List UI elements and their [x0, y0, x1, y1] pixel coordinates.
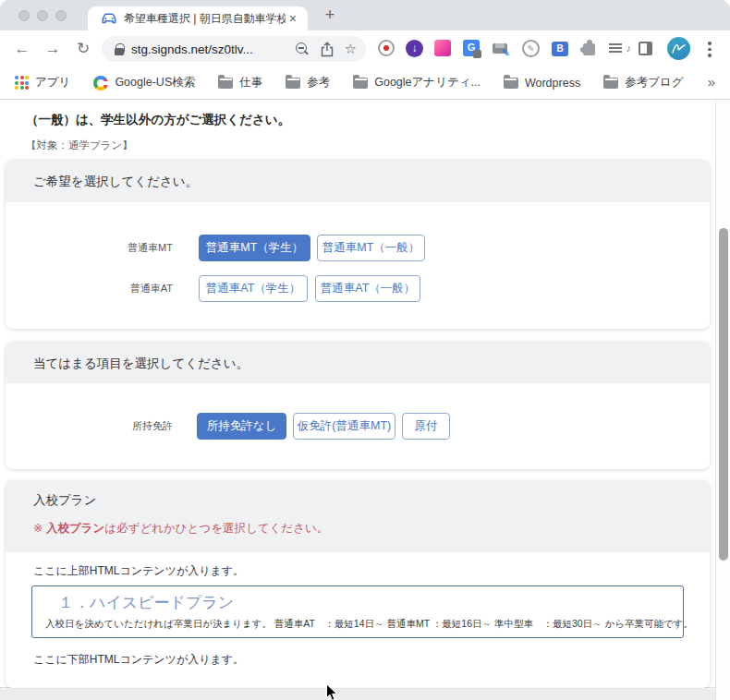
reload-icon[interactable]: ↻: [72, 38, 94, 60]
row-label-mt: 普通車MT: [6, 235, 173, 261]
bookmarks-overflow-icon[interactable]: »: [708, 74, 715, 90]
at-general-button[interactable]: 普通車AT（一般）: [315, 275, 420, 302]
tag-extension-icon[interactable]: B: [552, 42, 568, 56]
folder-icon: [218, 78, 233, 89]
edit-circle-extension-icon[interactable]: ✎: [522, 40, 540, 57]
high-speed-plan-option[interactable]: １．ハイスピードプラン 入校日を決めていただければ卒業日が決まります。 普通車A…: [31, 585, 684, 638]
profile-avatar[interactable]: [667, 37, 690, 60]
bookmark-folder-reference[interactable]: 参考: [286, 75, 330, 91]
zoom-window-button[interactable]: [55, 10, 67, 21]
browser-toolbar: ← → ↻ stg.signds.net/sz0tlv... ☆ ↓ G ✎ ✎…: [0, 30, 730, 66]
section-title: 入校プラン: [33, 492, 96, 509]
bookmark-folder-analytics[interactable]: Googleアナリティ...: [353, 75, 481, 91]
car-favicon-icon: [101, 12, 117, 25]
folder-icon: [286, 78, 300, 89]
extensions-puzzle-icon[interactable]: [580, 40, 599, 58]
window-controls: [18, 10, 67, 21]
bookmark-star-icon[interactable]: ☆: [345, 41, 357, 57]
zoom-out-icon[interactable]: [295, 42, 310, 56]
downloader-extension-icon[interactable]: ↓: [406, 40, 423, 57]
plan-description: 入校日を決めていただければ卒業日が決まります。 普通車AT ：最短14日～ 普通…: [45, 618, 693, 631]
back-icon[interactable]: ←: [11, 38, 33, 60]
moped-license-button[interactable]: 原付: [402, 413, 450, 440]
browser-tab[interactable]: 希望車種選択 | 朝日県自動車学校 ×: [88, 6, 308, 30]
bookmark-label: Googleアナリティ...: [374, 75, 481, 91]
bookmark-item-apps[interactable]: アプリ: [15, 75, 70, 91]
section-title: ご希望を選択してください。: [33, 174, 198, 190]
bookmark-folder-work[interactable]: 仕事: [218, 75, 262, 91]
page-content: （一般）は、学生以外の方がご選択ください。 【対象：通学プラン】 ご希望を選択し…: [0, 100, 715, 688]
bookmark-label: 参考: [307, 75, 330, 91]
no-license-button[interactable]: 所持免許なし: [197, 413, 286, 440]
bookmark-folder-wordpress[interactable]: Wordpress: [504, 77, 580, 90]
required-note: ※ 入校プランは必ずどれかひとつを選択してください。: [33, 521, 328, 537]
lock-icon: [115, 43, 124, 55]
row-label-license: 所持免許: [6, 413, 173, 440]
top-html-placeholder: ここに上部HTMLコンテンツが入ります。: [33, 563, 244, 579]
section-title: 当てはまる項目を選択してください。: [33, 356, 249, 372]
tab-bar: 希望車種選択 | 朝日県自動車学校 × +: [0, 0, 730, 30]
license-section: 当てはまる項目を選択してください。 所持免許 所持免許なし 仮免許(普通車MT)…: [6, 342, 710, 469]
side-panel-icon[interactable]: [639, 42, 652, 55]
translate-extension-icon[interactable]: G: [463, 40, 480, 56]
folder-icon: [504, 78, 518, 89]
bookmark-folder-blogs[interactable]: 参考ブログ: [603, 75, 683, 91]
bookmark-label: Google-US検索: [115, 75, 195, 91]
media-list-extension-icon[interactable]: ♪: [609, 40, 627, 58]
provisional-license-button[interactable]: 仮免許(普通車MT): [293, 413, 395, 440]
bookmark-label: 参考ブログ: [625, 75, 683, 91]
bookmark-label: 仕事: [239, 75, 262, 91]
mt-general-button[interactable]: 普通車MT（一般）: [317, 235, 425, 261]
section-header: ご希望を選択してください。: [6, 160, 710, 202]
browser-menu-icon[interactable]: [708, 42, 712, 60]
bookmarks-bar: アプリ Google-US検索 仕事 参考 Googleアナリティ... Wor…: [0, 66, 730, 100]
bookmark-label: アプリ: [35, 75, 70, 91]
intro-target-note: 【対象：通学プラン】: [26, 139, 133, 152]
share-icon[interactable]: [321, 42, 334, 57]
vehicle-type-section: ご希望を選択してください。 普通車MT 普通車MT（学生） 普通車MT（一般） …: [6, 160, 710, 329]
url-text: stg.signds.net/sz0tlv...: [131, 42, 295, 56]
new-tab-button[interactable]: +: [318, 4, 342, 28]
browser-window: 希望車種選択 | 朝日県自動車学校 × + ← → ↻ stg.signds.n…: [0, 0, 730, 700]
print-extension-icon[interactable]: ✎: [493, 43, 507, 54]
page-scrollbar-thumb[interactable]: [719, 228, 728, 561]
folder-icon: [603, 78, 618, 89]
row-label-at: 普通車AT: [6, 275, 173, 302]
section-header: 入校プラン ※ 入校プランは必ずどれかひとつを選択してください。: [6, 480, 710, 552]
screen-record-extension-icon[interactable]: [378, 40, 395, 56]
minimize-window-button[interactable]: [37, 10, 48, 21]
intro-text: （一般）は、学生以外の方がご選択ください。: [26, 112, 290, 128]
plan-title: １．ハイスピードプラン: [58, 592, 234, 613]
enrollment-plan-section: 入校プラン ※ 入校プランは必ずどれかひとつを選択してください。 ここに上部HT…: [6, 480, 710, 688]
section-header: 当てはまる項目を選択してください。: [6, 342, 710, 383]
address-bar[interactable]: stg.signds.net/sz0tlv... ☆: [102, 36, 366, 62]
google-g-icon: [93, 76, 108, 91]
forward-icon[interactable]: →: [42, 38, 64, 60]
close-window-button[interactable]: [18, 10, 30, 21]
bottom-html-placeholder: ここに下部HTMLコンテンツが入ります。: [33, 652, 244, 668]
mt-student-button[interactable]: 普通車MT（学生）: [199, 235, 310, 261]
mouse-cursor: [325, 683, 338, 700]
pink-app-extension-icon[interactable]: [434, 40, 451, 56]
bookmark-label: Wordpress: [525, 77, 580, 90]
page-footer-strip: [0, 689, 715, 700]
apps-grid-icon: [15, 76, 29, 90]
folder-icon: [353, 78, 368, 89]
tab-title: 希望車種選択 | 朝日県自動車学校: [124, 11, 286, 27]
tab-close-icon[interactable]: ×: [286, 11, 300, 26]
page-scrollbar-track[interactable]: [715, 100, 730, 700]
bookmark-item-google-search[interactable]: Google-US検索: [93, 75, 195, 91]
at-student-button[interactable]: 普通車AT（学生）: [199, 275, 308, 302]
